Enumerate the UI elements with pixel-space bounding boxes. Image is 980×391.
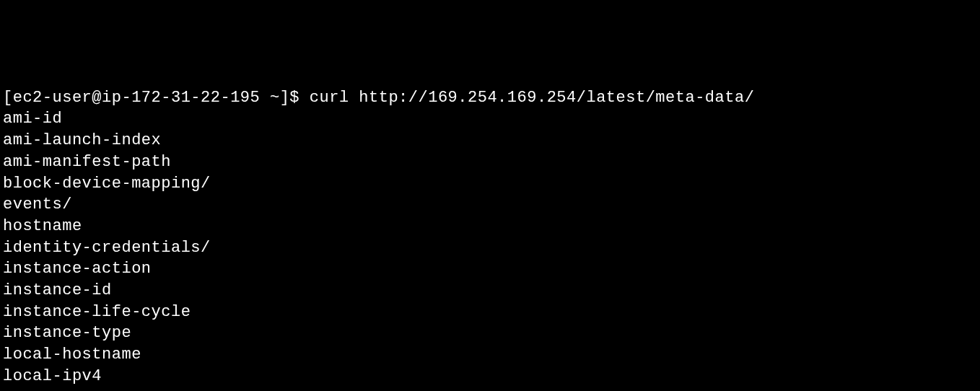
output-line: instance-life-cycle [3,302,977,323]
output-line: ami-id [3,108,977,130]
terminal-window[interactable]: [ec2-user@ip-172-31-22-195 ~]$ curl http… [3,87,977,391]
output-line: ami-manifest-path [3,151,977,173]
output-line: local-ipv4 [3,366,977,387]
output-line: events/ [3,194,977,216]
output-line: block-device-mapping/ [3,173,977,195]
output-line: identity-credentials/ [3,237,977,259]
output-line: instance-id [3,280,977,302]
output-line: mac [3,387,977,391]
output-line: instance-action [3,258,977,280]
output-line: ami-launch-index [3,130,977,151]
shell-prompt: [ec2-user@ip-172-31-22-195 ~]$ [3,89,310,107]
prompt-line: [ec2-user@ip-172-31-22-195 ~]$ curl http… [3,87,977,109]
output-line: hostname [3,216,977,237]
command-text: curl http://169.254.169.254/latest/meta-… [310,89,755,107]
output-line: local-hostname [3,344,977,366]
output-line: instance-type [3,322,977,344]
